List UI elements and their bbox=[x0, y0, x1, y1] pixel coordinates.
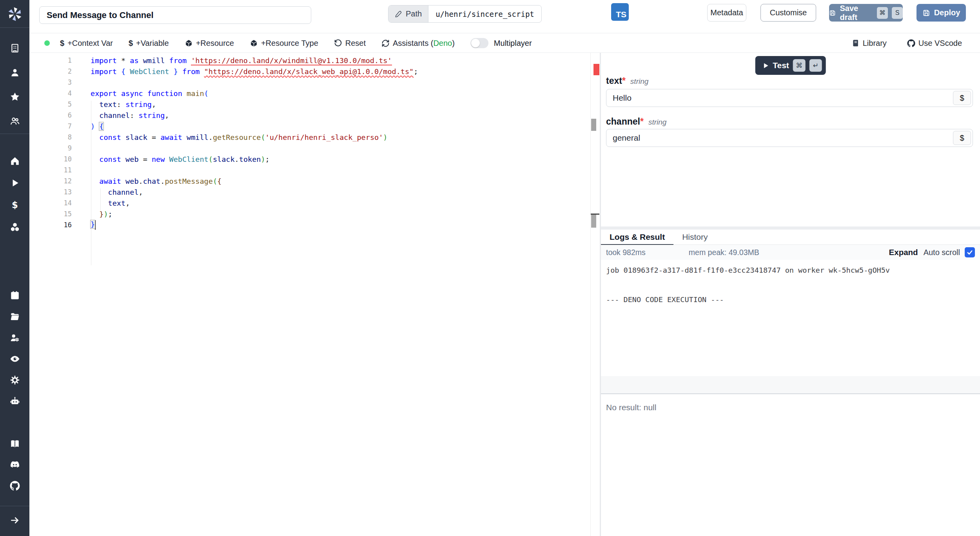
bot-icon bbox=[10, 396, 20, 406]
metadata-button[interactable]: Metadata bbox=[707, 4, 746, 22]
result-output: No result: null bbox=[601, 397, 980, 418]
assistants-button[interactable]: Assistants (Deno) bbox=[381, 39, 455, 48]
autoscroll-checkbox[interactable] bbox=[965, 247, 975, 257]
reset-button[interactable]: Reset bbox=[334, 39, 366, 48]
calendar-icon bbox=[10, 290, 20, 301]
use-vscode-button[interactable]: Use VScode bbox=[907, 39, 962, 48]
svg-text:$: $ bbox=[12, 200, 18, 210]
insert-variable-button[interactable]: $ bbox=[953, 131, 971, 145]
header: Path u/henri/sincere_script TS Metadata … bbox=[29, 0, 980, 33]
add-variable-button[interactable]: $ +Variable bbox=[129, 39, 169, 48]
code-line[interactable]: 14 text, bbox=[29, 197, 590, 208]
code-line[interactable]: 15 }); bbox=[29, 208, 590, 219]
arg-label-text: text* string bbox=[606, 76, 648, 86]
sidebar-item-book[interactable] bbox=[9, 438, 20, 449]
script-title-input[interactable] bbox=[39, 6, 311, 24]
arrow-right-icon bbox=[10, 515, 20, 525]
save-icon bbox=[829, 9, 836, 17]
run-status-row: took 982ms mem peak: 49.03MB Expand Auto… bbox=[601, 245, 980, 260]
sidebar-item-usercog[interactable] bbox=[9, 332, 20, 343]
sidebar-item-github[interactable] bbox=[9, 480, 20, 491]
code-line[interactable]: 3 bbox=[29, 77, 590, 88]
sidebar-item-bot[interactable] bbox=[9, 396, 20, 407]
sidebar-item-eye[interactable] bbox=[9, 353, 20, 364]
folder-icon bbox=[10, 311, 20, 322]
code-line[interactable]: 11 bbox=[29, 165, 590, 176]
sidebar-item-gear[interactable] bbox=[9, 375, 20, 386]
code-line[interactable]: 10 const web = new WebClient(slack.token… bbox=[29, 154, 590, 165]
sidebar: $ bbox=[0, 0, 29, 536]
log-line bbox=[606, 286, 975, 295]
log-footer-strip bbox=[601, 376, 980, 393]
windmill-logo-icon[interactable] bbox=[0, 3, 29, 25]
customise-button[interactable]: Customise bbox=[760, 4, 816, 22]
typescript-badge: TS bbox=[611, 3, 629, 21]
sidebar-item-dollar[interactable]: $ bbox=[9, 199, 20, 210]
sidebar-item-discord[interactable] bbox=[9, 459, 20, 470]
log-line: --- DENO CODE EXECUTION --- bbox=[606, 295, 975, 305]
panel-splitter-horizontal[interactable] bbox=[601, 226, 980, 230]
editor-toolbar: $ +Context Var $ +Variable +Resource +Re… bbox=[29, 34, 980, 53]
sidebar-item-boxes[interactable] bbox=[9, 221, 20, 232]
tab-history[interactable]: History bbox=[673, 230, 716, 244]
refresh-icon bbox=[381, 39, 390, 47]
channel-arg-input[interactable] bbox=[606, 129, 973, 147]
sidebar-item-calendar[interactable] bbox=[9, 290, 20, 301]
results-panel: Logs & Result History took 982ms mem pea… bbox=[601, 230, 980, 536]
library-button[interactable]: Library bbox=[852, 39, 887, 48]
github-icon bbox=[10, 481, 20, 491]
book-icon bbox=[852, 39, 860, 47]
code-editor[interactable]: 1import * as wmill from 'https://deno.la… bbox=[29, 53, 590, 536]
sidebar-item-home[interactable] bbox=[9, 156, 20, 167]
code-line[interactable]: 13 channel, bbox=[29, 187, 590, 197]
add-resource-type-button[interactable]: +Resource Type bbox=[250, 39, 318, 48]
code-line[interactable]: 1import * as wmill from 'https://deno.la… bbox=[29, 55, 590, 66]
sidebar-item-folder[interactable] bbox=[9, 311, 20, 322]
book-icon bbox=[10, 438, 20, 449]
sidebar-item-users[interactable] bbox=[9, 116, 20, 127]
code-line[interactable]: 16} bbox=[29, 219, 590, 230]
path-widget[interactable]: Path u/henri/sincere_script bbox=[388, 5, 542, 23]
code-line[interactable]: 9 bbox=[29, 143, 590, 154]
add-resource-button[interactable]: +Resource bbox=[185, 39, 234, 48]
path-edit-button[interactable]: Path bbox=[388, 5, 428, 22]
expand-button[interactable]: Expand bbox=[889, 248, 918, 257]
toggle-knob bbox=[471, 39, 480, 47]
test-button[interactable]: Test ⌘ ↵ bbox=[755, 56, 826, 75]
play-icon bbox=[10, 178, 20, 188]
multiplayer-toggle[interactable] bbox=[470, 38, 488, 48]
log-output[interactable]: job 018963f2-a317-d81f-f1f0-e3cc23418747… bbox=[601, 260, 980, 311]
insert-variable-button[interactable]: $ bbox=[953, 91, 971, 105]
text-arg-input[interactable] bbox=[606, 89, 973, 107]
sidebar-divider bbox=[0, 506, 29, 506]
code-line[interactable]: 5 text: string, bbox=[29, 99, 590, 110]
log-line: job 018963f2-a317-d81f-f1f0-e3cc23418747… bbox=[606, 266, 975, 276]
code-line[interactable]: 6 channel: string, bbox=[29, 110, 590, 121]
sidebar-expand-button[interactable] bbox=[0, 515, 29, 526]
dollar-icon: $ bbox=[60, 39, 64, 48]
dollar-icon: $ bbox=[129, 39, 133, 48]
windmill-script-editor: $ Path u/henri/sincere_script TS M bbox=[0, 0, 980, 536]
sidebar-item-star[interactable] bbox=[9, 91, 20, 102]
discord-icon bbox=[10, 460, 20, 470]
sidebar-item-play[interactable] bbox=[9, 177, 20, 188]
code-line[interactable]: 7) { bbox=[29, 121, 590, 132]
pencil-icon bbox=[395, 10, 402, 18]
sidebar-item-user[interactable] bbox=[9, 67, 20, 78]
sidebar-nav-group: $ bbox=[0, 156, 29, 243]
sidebar-item-building[interactable] bbox=[9, 43, 20, 54]
autoscroll-label: Auto scroll bbox=[924, 248, 960, 257]
check-icon bbox=[966, 249, 973, 256]
add-context-var-button[interactable]: $ +Context Var bbox=[60, 39, 113, 48]
deploy-button[interactable]: Deploy bbox=[916, 4, 966, 22]
path-value: u/henri/sincere_script bbox=[428, 5, 541, 22]
code-line[interactable]: 2import { WebClient } from "https://deno… bbox=[29, 66, 590, 77]
save-draft-button[interactable]: Save draft ⌘ S bbox=[829, 4, 903, 22]
code-line[interactable]: 4export async function main( bbox=[29, 88, 590, 99]
code-line[interactable]: 12 await web.chat.postMessage({ bbox=[29, 176, 590, 187]
mem-peak: mem peak: 49.03MB bbox=[689, 248, 759, 257]
boxes-icon bbox=[10, 222, 20, 232]
editor-overview-ruler[interactable] bbox=[590, 53, 600, 536]
tab-logs-result[interactable]: Logs & Result bbox=[601, 230, 673, 244]
code-line[interactable]: 8 const slack = await wmill.getResource(… bbox=[29, 132, 590, 143]
